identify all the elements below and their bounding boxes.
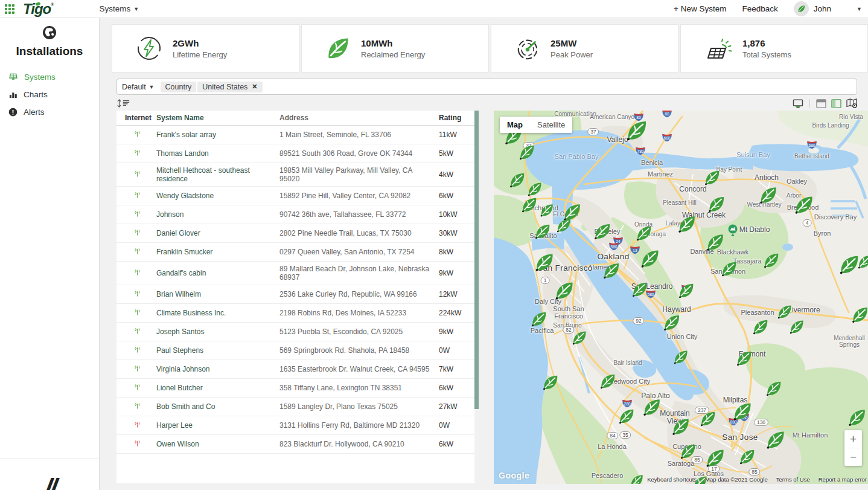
system-leaf-marker[interactable] bbox=[735, 349, 753, 370]
system-name-link[interactable]: Paul Stephens bbox=[154, 343, 275, 358]
sidebar-item-systems[interactable]: Systems bbox=[0, 68, 99, 86]
table-row[interactable]: Daniel Glover2802 Pine Needle Trail, Luc… bbox=[116, 224, 479, 243]
system-leaf-marker[interactable] bbox=[732, 401, 753, 425]
system-leaf-marker[interactable] bbox=[762, 251, 780, 272]
new-system-button[interactable]: + New System bbox=[674, 4, 726, 13]
split-vertical-view-icon-active[interactable] bbox=[831, 99, 841, 108]
attribution-link[interactable]: Terms of Use bbox=[776, 476, 810, 483]
table-row[interactable]: Brian Wilhelm2536 Lake Curley Rd, Republ… bbox=[116, 285, 479, 304]
table-row[interactable]: Gandalf's cabin89 Mallard Beach Dr, John… bbox=[116, 262, 479, 285]
system-name-link[interactable]: Virginia Johnson bbox=[154, 362, 275, 376]
map-button[interactable]: Map bbox=[500, 117, 530, 133]
zoom-out-button[interactable]: − bbox=[844, 448, 862, 466]
scrollbar-thumb[interactable] bbox=[474, 111, 479, 409]
system-leaf-marker[interactable] bbox=[629, 473, 645, 484]
system-leaf-marker[interactable] bbox=[539, 202, 555, 221]
system-name-link[interactable]: Daniel Glover bbox=[154, 226, 275, 240]
system-leaf-marker[interactable] bbox=[631, 280, 649, 301]
attribution-link[interactable]: Keyboard shortcuts bbox=[647, 476, 697, 483]
system-leaf-marker[interactable] bbox=[847, 407, 867, 430]
system-leaf-marker[interactable] bbox=[518, 143, 536, 164]
sidebar-item-alerts[interactable]: Alerts bbox=[0, 103, 99, 121]
system-name-link[interactable]: Mitchell Hethcoat - southeast residence bbox=[154, 163, 275, 186]
col-address[interactable]: Address bbox=[275, 111, 439, 125]
split-horizontal-view-icon[interactable] bbox=[816, 99, 826, 108]
system-name-link[interactable]: Frank's solar array bbox=[154, 127, 275, 142]
filter-preset-dropdown[interactable]: Default▼ bbox=[122, 83, 155, 91]
table-row[interactable]: Johnson90742 36th ave, Tallahassee, FL 3… bbox=[116, 205, 479, 224]
table-row[interactable]: Joseph Santos5123 Puebla St, Escondido, … bbox=[116, 323, 479, 341]
table-row[interactable]: Virginia Johnson1635 Easterbrook Dr. Wal… bbox=[116, 360, 479, 379]
system-name-link[interactable]: Lionel Butcher bbox=[154, 381, 275, 395]
system-leaf-marker[interactable] bbox=[857, 253, 868, 272]
system-leaf-marker[interactable] bbox=[508, 171, 526, 192]
system-leaf-marker[interactable] bbox=[554, 280, 575, 304]
system-leaf-marker[interactable] bbox=[571, 329, 588, 349]
table-row[interactable]: Owen Wilson823 Blackturf Dr. Hollywood, … bbox=[116, 435, 479, 454]
system-leaf-marker[interactable] bbox=[555, 217, 572, 236]
system-leaf-marker[interactable] bbox=[704, 447, 726, 471]
tigo-logo[interactable]: Tigo® bbox=[23, 2, 53, 16]
zoom-in-button[interactable]: + bbox=[844, 430, 862, 448]
system-name-link[interactable]: Climate Business Inc. bbox=[154, 306, 275, 320]
map-panel[interactable]: CommunicationAmerican CanyonRio VistaBir… bbox=[494, 111, 868, 484]
system-leaf-marker[interactable] bbox=[617, 407, 636, 428]
system-name-link[interactable]: Brian Wilhelm bbox=[154, 287, 275, 301]
account-chevron-icon[interactable]: ▼ bbox=[857, 6, 862, 12]
system-leaf-marker[interactable] bbox=[793, 194, 815, 218]
system-leaf-marker[interactable] bbox=[679, 442, 697, 463]
col-rating[interactable]: Rating bbox=[439, 114, 479, 122]
table-row[interactable]: Frank's solar array1 Main Street, Semino… bbox=[116, 126, 479, 144]
table-row[interactable]: Bob Smith and Co1589 Langley Dr, Plano T… bbox=[116, 398, 479, 416]
system-leaf-marker[interactable] bbox=[642, 397, 662, 420]
table-row[interactable]: Wendy Gladstone15892 Pine Hill, Valley C… bbox=[116, 187, 479, 205]
system-leaf-marker[interactable] bbox=[662, 313, 681, 335]
table-row[interactable]: Lionel Butcher358 Tiffany Lane, Lexingto… bbox=[116, 379, 479, 398]
sidebar-item-charts[interactable]: Charts bbox=[0, 86, 99, 103]
user-menu[interactable]: John bbox=[794, 1, 831, 16]
attribution-link[interactable]: Report a map error bbox=[819, 476, 867, 483]
system-name-link[interactable]: Bob Smith and Co bbox=[154, 399, 275, 414]
table-row[interactable]: Franklin Smucker0297 Queen Valley, San A… bbox=[116, 243, 479, 262]
system-leaf-marker[interactable] bbox=[541, 373, 560, 394]
sort-icon[interactable] bbox=[116, 99, 130, 108]
system-leaf-marker[interactable] bbox=[788, 318, 805, 338]
system-leaf-marker[interactable] bbox=[639, 248, 661, 272]
system-leaf-marker[interactable] bbox=[671, 416, 691, 439]
system-leaf-marker[interactable] bbox=[602, 261, 621, 283]
system-leaf-marker[interactable] bbox=[707, 195, 726, 216]
system-name-link[interactable]: Gandalf's cabin bbox=[154, 266, 275, 280]
system-leaf-marker[interactable] bbox=[738, 448, 756, 468]
system-name-link[interactable]: Johnson bbox=[154, 207, 275, 222]
system-leaf-marker[interactable] bbox=[677, 214, 697, 237]
system-name-link[interactable]: Harper Lee bbox=[154, 418, 275, 433]
system-leaf-marker[interactable] bbox=[593, 222, 612, 243]
system-leaf-marker[interactable] bbox=[705, 232, 726, 255]
table-row[interactable]: Climate Business Inc.2198 Robins Rd, Des… bbox=[116, 304, 479, 323]
fullscreen-view-icon[interactable] bbox=[793, 99, 803, 108]
system-leaf-marker[interactable] bbox=[765, 379, 783, 400]
remove-filter-icon[interactable]: ✕ bbox=[252, 83, 257, 91]
system-leaf-marker[interactable] bbox=[752, 318, 770, 338]
table-row[interactable]: Paul Stephens569 Springbrook Rd. Shahola… bbox=[116, 341, 479, 360]
system-leaf-marker[interactable] bbox=[520, 196, 538, 216]
system-leaf-marker[interactable] bbox=[635, 224, 653, 245]
col-internet[interactable]: Internet bbox=[116, 114, 154, 122]
app-launcher-icon[interactable] bbox=[5, 4, 14, 14]
table-row[interactable]: Thomas Landon89521 South 306 Road, Grove… bbox=[116, 144, 479, 163]
feedback-button[interactable]: Feedback bbox=[742, 4, 778, 13]
system-leaf-marker[interactable] bbox=[599, 372, 617, 393]
table-row[interactable]: Harper Lee3131 Hollins Ferry Rd, Baltimo… bbox=[116, 416, 479, 435]
system-leaf-marker[interactable] bbox=[534, 251, 555, 276]
system-leaf-marker[interactable] bbox=[534, 222, 552, 243]
table-row[interactable]: Mitchell Hethcoat - southeast residence1… bbox=[116, 163, 479, 187]
map-view-icon[interactable] bbox=[846, 98, 857, 108]
system-name-link[interactable]: Thomas Landon bbox=[154, 146, 275, 161]
system-leaf-marker[interactable] bbox=[677, 282, 695, 302]
system-name-link[interactable]: Franklin Smucker bbox=[154, 245, 275, 259]
system-leaf-marker[interactable] bbox=[720, 260, 738, 280]
system-leaf-marker[interactable] bbox=[703, 169, 721, 189]
system-name-link[interactable]: Wendy Gladstone bbox=[154, 189, 275, 203]
satellite-button[interactable]: Satellite bbox=[530, 117, 572, 133]
system-name-link[interactable]: Owen Wilson bbox=[154, 437, 275, 451]
